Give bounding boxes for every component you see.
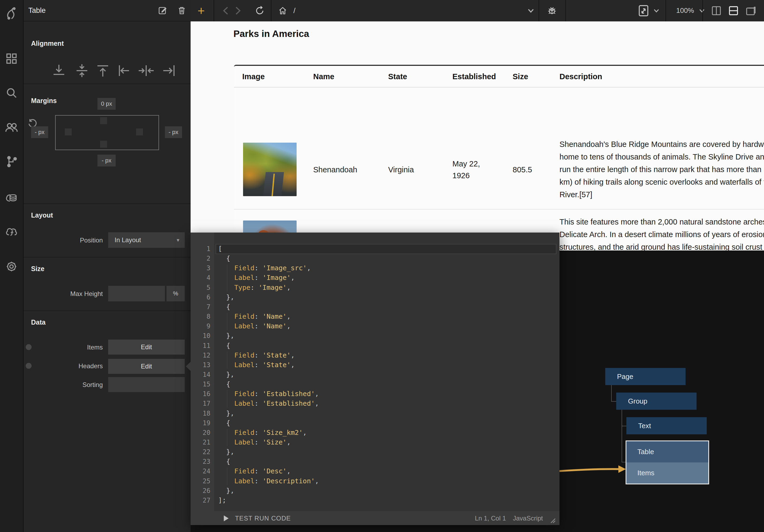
components-grid-icon[interactable] xyxy=(5,53,18,65)
split-rows-icon[interactable] xyxy=(728,5,739,16)
description-line: run the entire length of this narrow par… xyxy=(559,163,764,176)
margin-bottom-input[interactable]: - px xyxy=(97,155,116,166)
code-line: Label: 'Established', xyxy=(218,399,319,408)
delete-trash-icon[interactable] xyxy=(177,5,187,16)
margin-right-input[interactable]: - px xyxy=(165,126,182,138)
forward-icon[interactable] xyxy=(235,6,242,15)
line-number-gutter: 1234567891011121314151617181920212223242… xyxy=(191,233,214,511)
line-number: 26 xyxy=(194,486,210,496)
column-header: Established xyxy=(453,72,496,81)
position-select[interactable]: In Layout ▾ xyxy=(108,232,185,248)
cloud-database-icon[interactable] xyxy=(5,192,18,203)
chevron-down-icon[interactable] xyxy=(653,9,660,13)
debug-bug-icon[interactable] xyxy=(547,5,557,16)
node-text[interactable]: Text xyxy=(626,417,707,434)
test-run-code-button[interactable]: TEST RUN CODE xyxy=(235,515,291,522)
code-line: }, xyxy=(218,331,234,341)
preview-toolbar: + / 100% xyxy=(191,0,764,21)
stacked-windows-icon[interactable] xyxy=(745,5,756,16)
language-label[interactable]: JavaScript xyxy=(513,515,543,522)
max-height-unit-button[interactable]: % xyxy=(166,286,185,301)
node-page[interactable]: Page xyxy=(605,368,685,385)
max-height-input[interactable] xyxy=(108,286,165,301)
cell-description: This site features more than 2,000 natur… xyxy=(559,216,764,251)
version-control-branch-icon[interactable] xyxy=(5,155,18,168)
left-icon-rail xyxy=(0,0,24,532)
cloud-functions-icon[interactable] xyxy=(5,226,18,238)
popup-caret xyxy=(186,362,191,371)
edit-pencil-icon[interactable] xyxy=(157,5,168,16)
code-line: }, xyxy=(218,292,234,302)
code-line: Field: 'Desc', xyxy=(218,466,291,476)
refresh-icon[interactable] xyxy=(255,6,265,16)
margin-left-input[interactable]: - px xyxy=(31,126,48,138)
search-icon[interactable] xyxy=(5,87,18,99)
line-number: 12 xyxy=(194,351,210,360)
table-row: ShenandoahVirginiaMay 22, 1926805.5Shena… xyxy=(234,130,764,209)
split-columns-icon[interactable] xyxy=(711,5,722,16)
margin-top-handle[interactable] xyxy=(100,117,107,124)
home-icon[interactable] xyxy=(278,6,287,16)
node-label: Group xyxy=(628,397,647,406)
node-connector xyxy=(622,410,622,462)
margin-bottom-handle[interactable] xyxy=(100,141,107,148)
line-number: 11 xyxy=(194,341,210,351)
sorting-input[interactable] xyxy=(108,377,185,392)
position-value: In Layout xyxy=(114,236,141,244)
line-number: 27 xyxy=(194,496,210,505)
add-button[interactable]: + xyxy=(198,3,205,18)
line-number: 6 xyxy=(194,292,210,302)
resize-handle[interactable] xyxy=(550,518,556,523)
cell-state: Virginia xyxy=(388,164,414,176)
zoom-level[interactable]: 100% xyxy=(676,6,694,15)
column-header: State xyxy=(388,72,407,81)
headers-edit-button[interactable]: Edit xyxy=(108,359,185,374)
viewport-size-icon[interactable] xyxy=(638,5,649,17)
items-edit-button[interactable]: Edit xyxy=(108,340,185,355)
run-play-icon[interactable] xyxy=(223,515,229,522)
code-line: Label: 'Name', xyxy=(218,321,291,331)
items-port-dot[interactable] xyxy=(26,344,32,350)
headers-port-dot[interactable] xyxy=(26,363,32,369)
code-line: ]; xyxy=(218,496,226,505)
node-label: Items xyxy=(637,469,655,477)
position-label: Position xyxy=(55,237,103,244)
collaboration-users-icon[interactable] xyxy=(5,121,18,133)
cell-description: Shenandoah's Blue Ridge Mountains are co… xyxy=(559,138,764,201)
line-number: 16 xyxy=(194,389,210,399)
node-table-selected[interactable]: Table Items xyxy=(626,441,709,484)
layout-section-label: Layout xyxy=(31,211,53,219)
code-line: }, xyxy=(218,409,234,418)
align-horizontal-center-icon xyxy=(139,65,154,76)
description-line: River.[57] xyxy=(559,188,764,201)
preview-canvas: Parks in America ImageNameStateEstablish… xyxy=(191,21,764,251)
toolbar-divider xyxy=(214,0,214,21)
margin-top-input[interactable]: 0 px xyxy=(97,98,116,110)
chevron-down-icon[interactable] xyxy=(699,9,705,13)
line-number: 7 xyxy=(194,302,210,312)
align-top-icon xyxy=(97,66,108,77)
url-path[interactable]: / xyxy=(293,6,295,15)
code-line: Field: 'Size_km2', xyxy=(218,428,307,438)
node-items-row[interactable]: Items xyxy=(626,462,708,483)
code-line: Label: 'Description', xyxy=(218,476,319,486)
description-line: Delicate Arch. In a desert climate milli… xyxy=(559,228,764,241)
settings-gear-icon[interactable] xyxy=(5,260,18,273)
margin-left-handle[interactable] xyxy=(65,128,72,135)
back-icon[interactable] xyxy=(222,6,229,15)
chevron-down-icon[interactable] xyxy=(527,8,534,13)
alignment-buttons xyxy=(50,64,184,78)
line-number: 3 xyxy=(194,263,210,273)
line-number: 20 xyxy=(194,428,210,438)
node-table-row[interactable]: Table xyxy=(626,441,708,462)
items-label: Items xyxy=(55,344,103,351)
node-group[interactable]: Group xyxy=(616,393,696,410)
node-connector xyxy=(611,385,612,402)
size-section-label: Size xyxy=(31,265,45,273)
toolbar-divider xyxy=(271,0,272,21)
line-number: 1 xyxy=(194,244,210,254)
page-title: Parks in America xyxy=(234,28,309,39)
section-divider xyxy=(24,84,191,84)
description-line: Shenandoah's Blue Ridge Mountains are co… xyxy=(559,138,764,151)
margin-right-handle[interactable] xyxy=(136,128,143,135)
